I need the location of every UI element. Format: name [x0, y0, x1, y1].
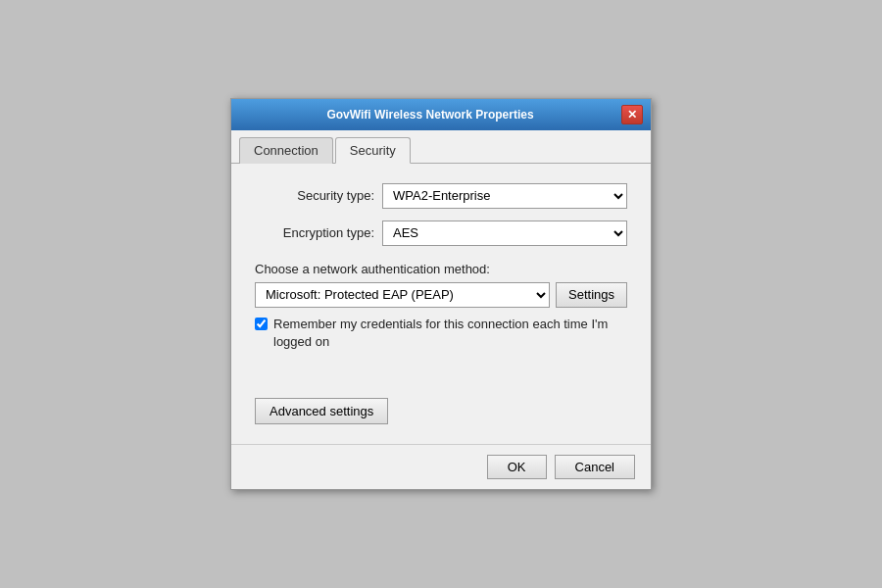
cancel-button[interactable]: Cancel — [555, 455, 635, 479]
encryption-type-label: Encryption type: — [255, 225, 382, 240]
dialog-footer: OK Cancel — [231, 444, 651, 489]
auth-method-row: Microsoft: Protected EAP (PEAP) Microsof… — [255, 282, 627, 308]
encryption-type-row: Encryption type: AES TKIP — [255, 220, 627, 246]
tab-content-security: Security type: WPA2-Enterprise WPA-Enter… — [231, 164, 651, 444]
remember-credentials-row: Remember my credentials for this connect… — [255, 316, 627, 351]
security-type-row: Security type: WPA2-Enterprise WPA-Enter… — [255, 183, 627, 209]
close-button[interactable]: ✕ — [621, 105, 643, 124]
remember-credentials-label: Remember my credentials for this connect… — [273, 316, 627, 351]
security-type-select[interactable]: WPA2-Enterprise WPA-Enterprise WEP No au… — [382, 183, 627, 209]
dialog-title: GovWifi Wireless Network Properties — [239, 108, 621, 122]
settings-button[interactable]: Settings — [556, 282, 627, 308]
advanced-settings-button[interactable]: Advanced settings — [255, 398, 388, 424]
tab-connection[interactable]: Connection — [239, 137, 333, 164]
tab-bar: Connection Security — [231, 130, 651, 164]
auth-method-label: Choose a network authentication method: — [255, 262, 627, 276]
remember-credentials-checkbox[interactable] — [255, 318, 268, 330]
title-bar: GovWifi Wireless Network Properties ✕ — [231, 99, 651, 130]
security-type-label: Security type: — [255, 188, 382, 203]
auth-method-select[interactable]: Microsoft: Protected EAP (PEAP) Microsof… — [255, 282, 550, 308]
dialog-window: GovWifi Wireless Network Properties ✕ Co… — [230, 98, 652, 490]
ok-button[interactable]: OK — [487, 455, 547, 479]
tab-security[interactable]: Security — [335, 137, 411, 164]
encryption-type-select[interactable]: AES TKIP — [382, 220, 627, 246]
